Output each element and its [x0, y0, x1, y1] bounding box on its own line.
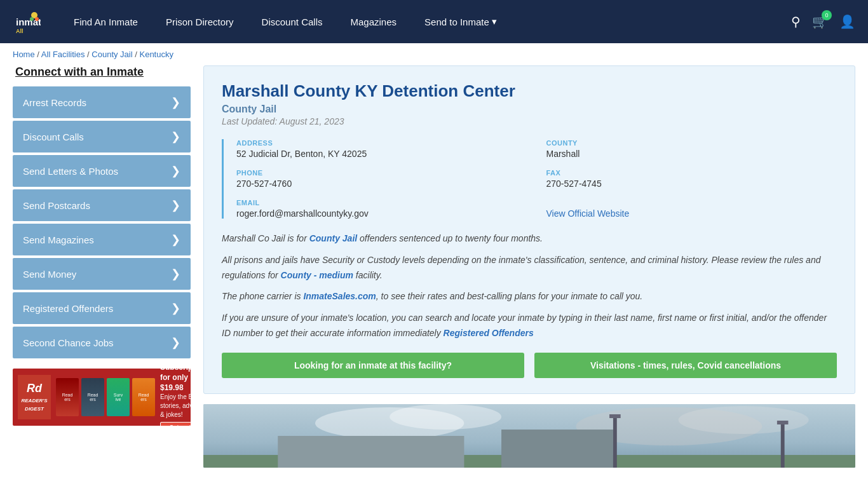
logo-icon: inmate All: [13, 8, 41, 36]
sidebar-label-discount-calls: Discount Calls: [23, 132, 84, 142]
arrow-icon: ❯: [171, 130, 180, 144]
arrow-icon: ❯: [171, 301, 180, 315]
dropdown-arrow-icon: ▾: [492, 16, 497, 27]
cart-badge: 0: [822, 10, 832, 20]
sidebar-item-arrest-records[interactable]: Arrest Records ❯: [13, 86, 191, 118]
nav-magazines[interactable]: Magazines: [336, 17, 410, 27]
right-content: Marshall County KY Detention Center Coun…: [203, 65, 855, 468]
svg-rect-15: [781, 423, 785, 468]
readers-digest-logo: Rd READER'SDIGEST: [18, 375, 51, 419]
svg-rect-14: [613, 417, 617, 468]
address-label: ADDRESS: [236, 139, 527, 147]
sidebar-label-arrest-records: Arrest Records: [23, 97, 86, 108]
fax-block: FAX 270-527-4745: [546, 169, 837, 189]
header-icons: ⚲ 🛒 0 👤: [791, 14, 855, 29]
sidebar-label-send-money: Send Money: [23, 269, 76, 280]
svg-rect-12: [278, 436, 464, 468]
svg-point-5: [30, 17, 34, 21]
facility-type: County Jail: [222, 104, 837, 115]
arrow-icon: ❯: [171, 198, 180, 212]
breadcrumb-kentucky[interactable]: Kentucky: [139, 50, 173, 59]
search-icon[interactable]: ⚲: [791, 14, 801, 29]
svg-point-8: [390, 404, 501, 430]
description-2: All prisons and jails have Security or C…: [222, 253, 837, 283]
address-value: 52 Judicial Dr, Benton, KY 42025: [236, 149, 527, 159]
email-block: EMAIL roger.ford@marshallcountyky.gov: [236, 199, 527, 219]
county-medium-link[interactable]: County - medium: [281, 270, 353, 280]
arrow-icon: ❯: [171, 336, 180, 349]
visitations-button[interactable]: Visitations - times, rules, Covid cancel…: [534, 353, 837, 378]
email-value: roger.ford@marshallcountyky.gov: [236, 208, 527, 219]
nav-send-to-inmate[interactable]: Send to Inmate ▾: [410, 16, 511, 27]
website-block: View Official Website: [546, 199, 837, 219]
main-header: inmate All Find An Inmate Prison Directo…: [0, 0, 868, 43]
sidebar-item-registered-offenders[interactable]: Registered Offenders ❯: [13, 292, 191, 324]
sidebar-item-send-money[interactable]: Send Money ❯: [13, 258, 191, 290]
facility-name: Marshall County KY Detention Center: [222, 81, 837, 101]
address-block: ADDRESS 52 Judicial Dr, Benton, KY 42025: [236, 139, 527, 159]
breadcrumb: Home / All Facilities / County Jail / Ke…: [0, 43, 868, 65]
county-value: Marshall: [546, 149, 837, 159]
county-label: COUNTY: [546, 139, 837, 147]
arrow-icon: ❯: [171, 267, 180, 281]
description-4: If you are unsure of your inmate's locat…: [222, 311, 837, 341]
svg-point-10: [679, 406, 809, 434]
sidebar-label-registered-offenders: Registered Offenders: [23, 303, 113, 314]
sidebar-label-send-letters: Send Letters & Photos: [23, 166, 118, 177]
phone-value: 270-527-4760: [236, 179, 527, 189]
sidebar-item-send-postcards[interactable]: Send Postcards ❯: [13, 189, 191, 221]
nav-discount-calls[interactable]: Discount Calls: [248, 17, 337, 27]
breadcrumb-home[interactable]: Home: [13, 50, 35, 59]
phone-block: PHONE 270-527-4760: [236, 169, 527, 189]
sidebar-label-second-chance-jobs: Second Chance Jobs: [23, 337, 114, 348]
breadcrumb-all-facilities[interactable]: All Facilities: [41, 50, 85, 59]
logo-area[interactable]: inmate All: [13, 8, 41, 36]
registered-offenders-link[interactable]: Registered Offenders: [444, 328, 534, 338]
main-content: Connect with an Inmate Arrest Records ❯ …: [0, 65, 868, 480]
facility-card: Marshall County KY Detention Center Coun…: [203, 65, 855, 394]
fax-label: FAX: [546, 169, 837, 177]
sidebar-title: Connect with an Inmate: [13, 65, 191, 79]
county-jail-link[interactable]: County Jail: [309, 233, 357, 243]
arrow-icon: ❯: [171, 164, 180, 178]
sidebar-label-send-postcards: Send Postcards: [23, 200, 90, 211]
ad-text: 1 Year Subscription for only $19.98 Enjo…: [160, 369, 191, 426]
arrow-icon: ❯: [171, 95, 180, 109]
fax-value: 270-527-4745: [546, 179, 837, 189]
county-block: COUNTY Marshall: [546, 139, 837, 159]
ad-books: Readers Readers Survive Readers: [56, 378, 155, 416]
website-link[interactable]: View Official Website: [546, 208, 630, 219]
facility-last-updated: Last Updated: August 21, 2023: [222, 116, 837, 126]
nav-prison-directory[interactable]: Prison Directory: [152, 17, 248, 27]
facility-photo: [203, 404, 855, 468]
ad-subscribe-button[interactable]: Subscribe Now: [160, 422, 191, 426]
cart-icon[interactable]: 🛒 0: [812, 14, 828, 29]
ad-banner[interactable]: Rd READER'SDIGEST Readers Readers Surviv…: [13, 369, 191, 426]
inmate-sales-link[interactable]: InmateSales.com: [303, 291, 376, 301]
svg-text:All: All: [16, 28, 24, 34]
sidebar: Connect with an Inmate Arrest Records ❯ …: [13, 65, 191, 468]
sidebar-label-send-magazines: Send Magazines: [23, 234, 94, 245]
phone-label: PHONE: [236, 169, 527, 177]
email-label: EMAIL: [236, 199, 527, 207]
svg-rect-13: [501, 430, 613, 468]
cta-buttons: Looking for an inmate at this facility? …: [222, 353, 837, 378]
find-inmate-button[interactable]: Looking for an inmate at this facility?: [222, 353, 524, 378]
arrow-icon: ❯: [171, 233, 180, 247]
user-icon[interactable]: 👤: [839, 14, 855, 29]
sidebar-item-second-chance-jobs[interactable]: Second Chance Jobs ❯: [13, 327, 191, 358]
svg-point-4: [35, 17, 39, 21]
sidebar-item-send-magazines[interactable]: Send Magazines ❯: [13, 224, 191, 255]
description-1: Marshall Co Jail is for County Jail offe…: [222, 231, 837, 247]
description-3: The phone carrier is InmateSales.com, to…: [222, 289, 837, 304]
sidebar-item-discount-calls[interactable]: Discount Calls ❯: [13, 121, 191, 152]
breadcrumb-county-jail[interactable]: County Jail: [92, 50, 132, 59]
main-nav: Find An Inmate Prison Directory Discount…: [60, 16, 791, 27]
sidebar-item-send-letters[interactable]: Send Letters & Photos ❯: [13, 155, 191, 187]
nav-find-inmate[interactable]: Find An Inmate: [60, 17, 152, 27]
svg-rect-16: [609, 414, 621, 418]
facility-info-grid: ADDRESS 52 Judicial Dr, Benton, KY 42025…: [222, 139, 837, 219]
svg-rect-17: [777, 421, 789, 424]
